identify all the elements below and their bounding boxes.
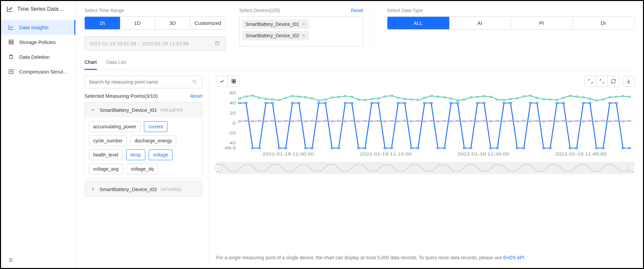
sidebar-item-data-insights[interactable]: Data Insights [1,20,75,35]
svg-point-127 [536,102,538,104]
time-seg-1h[interactable]: 1h [85,17,120,29]
data-type-group: ALLAIPIDI [387,16,634,30]
svg-point-84 [252,147,254,149]
measuring-point-tag[interactable]: temp [126,149,145,160]
svg-point-97 [338,147,340,149]
svg-point-144 [252,121,254,122]
svg-point-6 [193,80,196,83]
selected-points-reset[interactable]: Reset [190,93,202,99]
type-seg-pi[interactable]: PI [511,17,573,29]
devices-chips[interactable]: SmartBattery_Device_t01✕SmartBattery_Dev… [239,16,363,47]
measuring-point-tag[interactable]: voltage [149,149,173,160]
svg-point-72 [569,95,571,96]
download-button[interactable] [623,76,634,87]
delete-icon [8,53,14,60]
device-group-header[interactable]: SmartBattery_Device_t02zAFuD6Sy [85,182,202,196]
svg-point-109 [417,147,419,149]
sidebar-nav: Data Insights Storage Policies Data Dele… [1,17,75,253]
collapse-icon [8,257,14,263]
svg-point-113 [444,147,446,149]
type-seg-ai[interactable]: AI [449,17,511,29]
svg-rect-10 [234,82,236,83]
time-range-label: Select Time Range [84,8,226,13]
svg-point-146 [265,121,267,122]
svg-point-130 [556,102,558,104]
view-mode-group [216,76,240,87]
svg-point-39 [351,96,353,97]
svg-point-42 [371,98,373,100]
svg-rect-2 [9,42,13,43]
svg-point-73 [576,96,578,97]
chart-overview[interactable]: ≡ ≡ [216,162,634,174]
measuring-point-tag[interactable]: voltage_dq [126,164,158,174]
overview-handle-right[interactable]: ≡ [629,165,634,171]
svg-point-37 [338,96,340,97]
grid-view-button[interactable] [228,76,239,87]
time-seg-1d[interactable]: 1D [120,17,155,29]
measuring-point-tag[interactable]: health_level [89,149,123,160]
tab-data-list[interactable]: Data List [106,56,126,70]
svg-point-163 [377,120,379,122]
svg-point-186 [529,121,531,122]
search-input-wrap[interactable] [84,76,202,88]
measuring-point-tag[interactable]: cycle_number [89,135,127,146]
sidebar-collapse[interactable] [1,253,75,268]
device-chip[interactable]: SmartBattery_Device_t02✕ [242,31,309,40]
sidebar-item-data-deletion[interactable]: Data Deletion [1,49,75,64]
filters: Select Time Range 1h1D3DCustomized 2021-… [84,8,634,56]
sidebar-item-storage-policies[interactable]: Storage Policies [1,35,75,49]
expand-button[interactable] [585,76,596,87]
svg-point-131 [562,102,564,104]
measuring-point-tag[interactable]: accumulating_power [89,121,141,132]
svg-point-196 [596,121,598,122]
app-title: Time Series Data ... [17,6,65,12]
svg-point-89 [285,147,287,149]
svg-point-104 [384,147,386,149]
svg-point-174 [450,121,452,122]
chart[interactable]: -49.9-40-2002040602021-01-19 11:00:00202… [216,90,634,246]
device-group-header[interactable]: SmartBattery_Device_t01HNLaqFKR [85,102,202,117]
svg-point-200 [622,121,624,122]
svg-text:-20: -20 [228,131,236,135]
svg-point-27 [271,99,273,100]
sidebar-item-compression-simul[interactable]: Compression Simul... [1,64,75,79]
svg-point-95 [325,102,327,104]
svg-point-138 [609,102,611,104]
svg-point-161 [364,120,366,122]
time-seg-3d[interactable]: 3D [155,17,191,29]
storage-icon [8,39,14,45]
svg-point-180 [490,121,492,122]
svg-point-76 [596,100,598,101]
device-chip[interactable]: SmartBattery_Device_t01✕ [242,19,309,29]
overview-handle-left[interactable]: ≡ [215,165,222,171]
tab-chart[interactable]: Chart [84,56,97,70]
svg-point-157 [338,120,340,122]
svg-point-90 [291,102,293,104]
devices-reset-link[interactable]: Reset [351,8,363,13]
devices-label: Select Devices(2/5) Reset [239,8,363,13]
measuring-point-tag[interactable]: voltage_avg [89,164,123,174]
svg-rect-5 [216,42,219,45]
app-header: Time Series Data ... [1,1,75,17]
measuring-point-tag[interactable]: current [144,121,167,132]
reset-zoom-button[interactable] [596,76,608,87]
date-range-input[interactable]: 2021-01-19 10:51:56 ~ 2021-01-19 11:51:5… [84,36,226,50]
search-input[interactable] [89,79,189,85]
refresh-button[interactable] [608,76,619,87]
svg-point-96 [331,147,333,149]
svg-point-102 [371,102,373,104]
type-seg-all[interactable]: ALL [387,17,449,29]
svg-rect-7 [232,80,234,81]
enos-api-link[interactable]: EnOS API [503,255,524,260]
chip-remove-icon[interactable]: ✕ [302,33,305,38]
chip-remove-icon[interactable]: ✕ [302,22,305,27]
svg-point-169 [417,120,419,122]
time-seg-customized[interactable]: Customized [190,17,225,29]
line-view-button[interactable] [217,76,228,87]
svg-point-173 [444,120,446,122]
measuring-point-tag[interactable]: discharge_energy [130,135,176,146]
tag-list: accumulating_powercurrentcycle_numberdis… [85,117,202,178]
time-range-group: 1h1D3DCustomized [84,16,226,30]
type-seg-di[interactable]: DI [573,17,634,29]
svg-rect-8 [234,80,236,81]
